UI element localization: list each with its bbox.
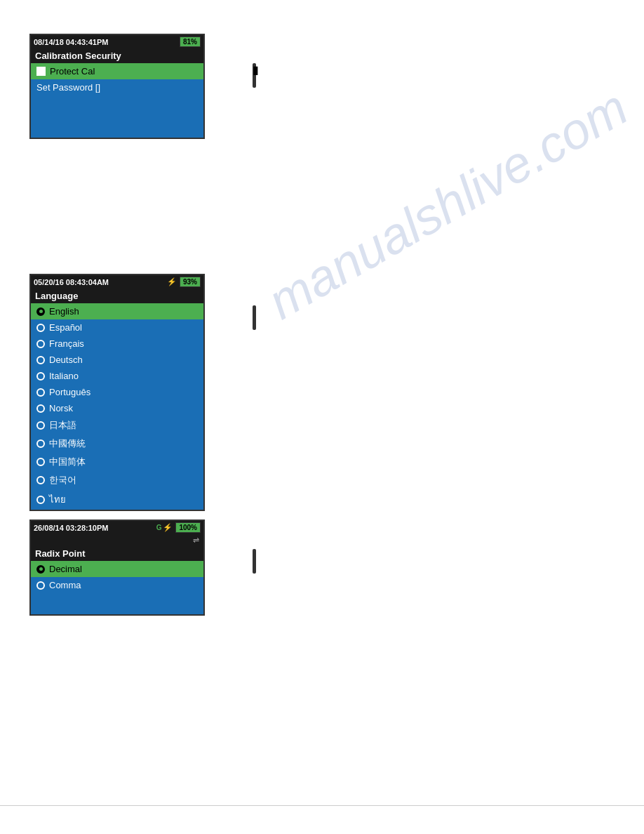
screen3-charging-icon: ⚡ — [163, 523, 173, 532]
screen2-label-italiano: Italiano — [49, 371, 79, 381]
screen2-item-japanese[interactable]: 日本語 — [31, 416, 203, 435]
screen2-label-english: English — [49, 306, 79, 317]
screen2-item-deutsch[interactable]: Deutsch — [31, 352, 203, 368]
screen2-title: Language — [31, 289, 203, 303]
screen3-label-decimal: Decimal — [49, 564, 82, 574]
screen1-protect-cal-label: Protect Cal — [50, 66, 95, 77]
screen2-label-francais: Français — [49, 338, 84, 349]
screen1-cursor: ▮ — [253, 63, 256, 88]
screen3-title: Radix Point — [31, 546, 203, 561]
screen3-radio-decimal — [36, 565, 45, 574]
screen1-set-password-label: Set Password [] — [36, 82, 100, 93]
screen3-radix-point: 26/08/14 03:28:10PM G ⚡ 100% ⇌ Radix Poi… — [29, 519, 205, 616]
screen2-cursor — [253, 305, 256, 330]
screen3-item-decimal[interactable]: Decimal — [31, 561, 203, 577]
screen1-battery: 81% — [180, 37, 201, 47]
watermark: manualshlive.com — [258, 78, 637, 330]
screen2-label-deutsch: Deutsch — [49, 355, 83, 365]
screen2-radio-korean — [36, 476, 45, 484]
screen2-item-thai[interactable]: ไทย — [31, 489, 203, 510]
screen2-item-chinese-traditional[interactable]: 中國傳統 — [31, 435, 203, 453]
screen1-title: Calibration Security — [31, 48, 203, 63]
screen2-label-japanese: 日本語 — [49, 419, 76, 432]
screen3-radio-comma — [36, 581, 45, 590]
screen2-radio-norsk — [36, 404, 45, 413]
screen2-radio-portugues — [36, 388, 45, 397]
screen1-datetime: 08/14/18 04:43:41PM — [34, 38, 108, 46]
screen2-label-norsk: Norsk — [49, 403, 73, 413]
screen2-item-italiano[interactable]: Italiano — [31, 368, 203, 384]
screen2-label-portugues: Português — [49, 387, 90, 397]
screen2-status-bar: 05/20/16 08:43:04AM ⚡ 93% — [31, 275, 203, 289]
screen3-datetime: 26/08/14 03:28:10PM — [34, 524, 108, 532]
screen2-radio-english — [36, 307, 45, 316]
screen2-datetime: 05/20/16 08:43:04AM — [34, 278, 109, 286]
screen2-item-norsk[interactable]: Norsk — [31, 400, 203, 416]
screen3-gps-icon: G — [156, 524, 162, 531]
screen2-radio-chinese-simplified — [36, 458, 45, 466]
screen2-label-chinese-simplified: 中国简体 — [49, 456, 86, 468]
screen3-blue-area — [31, 593, 203, 614]
screen3-battery: 100% — [175, 522, 201, 533]
screen2-radio-japanese — [36, 421, 45, 430]
screen2-charging-icon: ⚡ — [167, 277, 177, 286]
screen2-label-thai: ไทย — [49, 492, 66, 507]
screen2-radio-espanol — [36, 324, 45, 332]
screen2-battery: 93% — [180, 277, 201, 287]
screen2-item-chinese-simplified[interactable]: 中国简体 — [31, 453, 203, 471]
screen3-item-comma[interactable]: Comma — [31, 577, 203, 593]
screen2-radio-deutsch — [36, 356, 45, 364]
screen2-language: 05/20/16 08:43:04AM ⚡ 93% Language Engli… — [29, 274, 205, 511]
screen3-usb-icon: ⇌ — [193, 536, 199, 545]
screen2-label-korean: 한국어 — [49, 474, 76, 486]
screen3-usb-bar: ⇌ — [31, 534, 203, 546]
screen2-label-chinese-traditional: 中國傳統 — [49, 437, 86, 450]
screen2-item-francais[interactable]: Français — [31, 336, 203, 352]
screen2-radio-francais — [36, 340, 45, 348]
screen3-status-bar: 26/08/14 03:28:10PM G ⚡ 100% — [31, 521, 203, 534]
screen1-protect-cal[interactable]: Protect Cal — [31, 63, 203, 79]
screen1-status-bar: 08/14/18 04:43:41PM 81% — [31, 35, 203, 48]
screen1-set-password[interactable]: Set Password [] — [31, 79, 203, 95]
screen3-label-comma: Comma — [49, 580, 81, 590]
screen1-calibration-security: 08/14/18 04:43:41PM 81% Calibration Secu… — [29, 34, 205, 139]
screen3-cursor — [253, 549, 256, 574]
screen2-radio-thai — [36, 496, 45, 504]
screen2-radio-italiano — [36, 372, 45, 380]
screen2-item-korean[interactable]: 한국어 — [31, 471, 203, 489]
bottom-divider — [0, 805, 644, 806]
screen1-protect-cal-checkbox — [36, 67, 46, 76]
screen2-item-espanol[interactable]: Español — [31, 319, 203, 336]
screen1-blue-area — [31, 95, 203, 138]
screen2-item-english[interactable]: English — [31, 303, 203, 319]
screen2-item-portugues[interactable]: Português — [31, 384, 203, 400]
screen2-radio-chinese-traditional — [36, 439, 45, 448]
screen2-label-espanol: Español — [49, 322, 82, 333]
